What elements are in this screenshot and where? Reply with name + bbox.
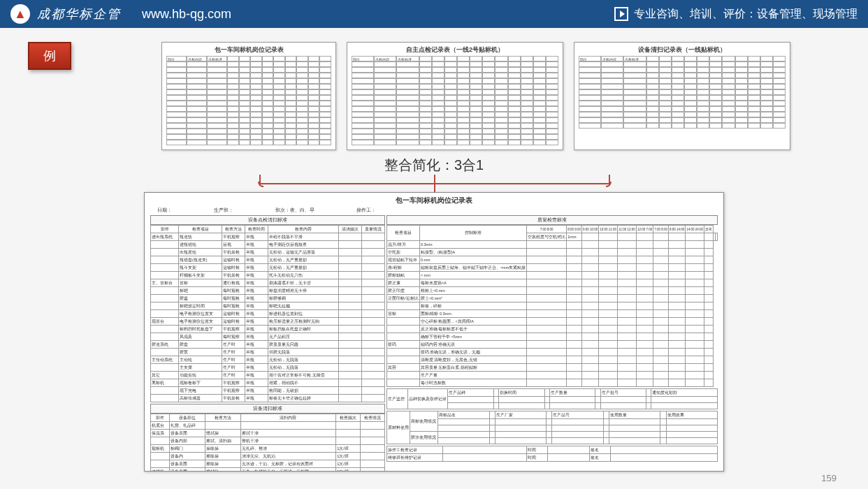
thumb-doc-1: 包一车间标机岗位记录表 部位点检内容点检标准	[161, 42, 336, 150]
page-number: 159	[821, 473, 837, 483]
big-doc-meta: 日期： 生产班： 班次：夜、白、早 操作工：	[150, 207, 718, 214]
header-right: 专业咨询、培训、评价：设备管理、现场管理	[614, 7, 858, 22]
thumb-doc-3: 设备清扫记录表（一线贴标机） 部位点检内容点检标准	[574, 42, 790, 150]
big-doc-title: 包一车间标机岗位记录表	[150, 196, 718, 205]
thumb-doc-2: 自主点检记录表（一线2号贴标机） 部位点检内容点检标准	[347, 42, 563, 150]
example-badge: 例	[28, 42, 71, 70]
quality-table: 检查项目控制标准7:00 8:008:00 9:009:00 10:0010:0…	[386, 225, 718, 387]
header-bar: ▲ 成都华标企管 www.hb-qg.com 专业咨询、培训、评价：设备管理、现…	[0, 0, 868, 28]
cleaning-table: 部件设备部位检查方法清扫内容检查频次检查情况机底台礼赞、礼品碎 保温系设备表面惯…	[150, 414, 385, 472]
connector-lines	[189, 175, 679, 192]
logo-icon: ▲	[10, 4, 30, 24]
tagline: 专业咨询、培训、评价：设备管理、现场管理	[634, 7, 858, 22]
slide-content: 例 包一车间标机岗位记录表 部位点检内容点检标准 自主点检记录表（一线2号贴标机…	[0, 28, 868, 489]
production-table: 生产监控品种切换及取样记录生产品种切换时间生产数量生产批号通知度化彩好	[386, 388, 718, 409]
merge-label: 整合简化：3合1	[21, 156, 847, 175]
merged-document: 包一车间标机岗位记录表 日期： 生产班： 班次：夜、白、早 操作工： 设备点检清…	[144, 192, 724, 472]
company-name: 成都华标企管	[37, 6, 121, 22]
log-table: 操作工检查记录时间签名维修班长维护记录时间签名	[386, 446, 718, 462]
play-icon	[614, 7, 628, 21]
thumbnails-row: 包一车间标机岗位记录表 部位点检内容点检标准 自主点检记录表（一线2号贴标机） …	[105, 42, 847, 150]
material-table: 原材料使用商标使用情况商标品名生产厂家生产品号使用数量使用效果胶水使用情况	[386, 411, 718, 444]
url-text: www.hb-qg.com	[142, 7, 231, 22]
inspection-table: 部件检查项目检查方法检查时间检查内容清洁频次质量情况进出瓶系统瓶道轨平机观察半瓶…	[150, 225, 385, 402]
